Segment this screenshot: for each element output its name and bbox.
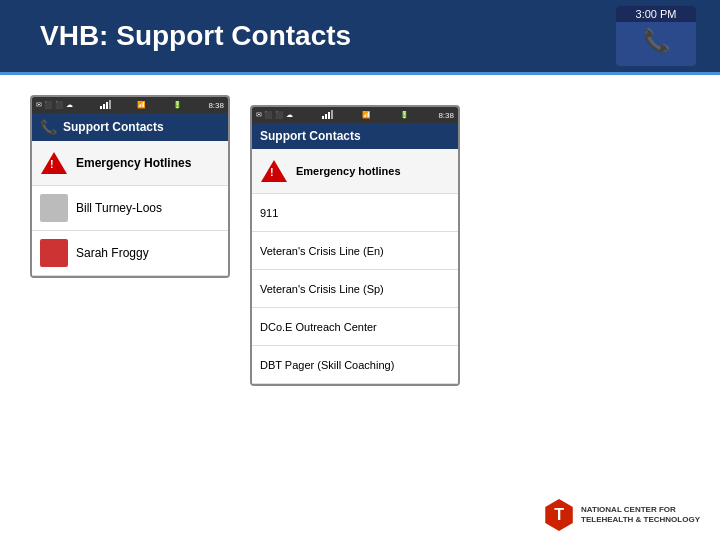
list-item-bill[interactable]: Bill Turney-Loos — [32, 186, 228, 231]
hotline-vcl-sp[interactable]: Veteran's Crisis Line (Sp) — [252, 270, 458, 308]
right-phone-screenshot: ✉ ⬛ ⬛ ☁ 📶 🔋 8:38 Support Contacts — [250, 105, 460, 386]
page-header: VHB: Support Contacts 3:00 PM 📞 — [0, 0, 720, 72]
hotline-vcl-sp-label: Veteran's Crisis Line (Sp) — [260, 283, 384, 295]
logo-text-block: NATIONAL CENTER FOR TELEHEALTH & TECHNOL… — [581, 505, 700, 526]
left-status-icons: ✉ ⬛ ⬛ ☁ — [36, 101, 73, 109]
hotline-vcl-en[interactable]: Veteran's Crisis Line (En) — [252, 232, 458, 270]
right-signal-bars — [322, 111, 333, 119]
logo-area: T NATIONAL CENTER FOR TELEHEALTH & TECHN… — [543, 499, 700, 531]
left-app-header-icon: 📞 — [40, 119, 57, 135]
main-content: ✉ ⬛ ⬛ ☁ 📶 🔋 8:38 📞 Support Contacts — [0, 75, 720, 540]
logo-org-sub: TELEHEALTH & TECHNOLOGY — [581, 515, 700, 525]
hotline-dbt[interactable]: DBT Pager (Skill Coaching) — [252, 346, 458, 384]
hotline-dbt-label: DBT Pager (Skill Coaching) — [260, 359, 394, 371]
left-phone-list: Emergency Hotlines Bill Turney-Loos Sara… — [32, 141, 228, 276]
left-phone-time: 8:38 — [208, 101, 224, 110]
right-emergency-title: Emergency hotlines — [296, 165, 401, 177]
phone-icon: 📞 — [643, 28, 670, 54]
left-status-bar: ✉ ⬛ ⬛ ☁ 📶 🔋 8:38 — [32, 97, 228, 113]
sarah-label: Sarah Froggy — [76, 246, 149, 260]
hotline-dcoe-label: DCo.E Outreach Center — [260, 321, 377, 333]
left-phone-screenshot: ✉ ⬛ ⬛ ☁ 📶 🔋 8:38 📞 Support Contacts — [30, 95, 230, 278]
right-phone-time: 8:38 — [438, 111, 454, 120]
right-warning-icon — [260, 157, 288, 185]
hotline-vcl-en-label: Veteran's Crisis Line (En) — [260, 245, 384, 257]
list-item-sarah[interactable]: Sarah Froggy — [32, 231, 228, 276]
widget-time: 3:00 PM — [616, 6, 696, 22]
right-status-bar: ✉ ⬛ ⬛ ☁ 📶 🔋 8:38 — [252, 107, 458, 123]
sarah-avatar — [40, 239, 68, 267]
page-title: VHB: Support Contacts — [40, 20, 351, 52]
right-app-header-title: Support Contacts — [260, 129, 361, 143]
warning-icon — [40, 149, 68, 177]
bill-avatar — [40, 194, 68, 222]
hotline-911[interactable]: 911 — [252, 194, 458, 232]
logo-hex-icon: T — [543, 499, 575, 531]
phone-widget: 3:00 PM 📞 — [616, 6, 696, 66]
left-app-header-title: Support Contacts — [63, 120, 164, 134]
signal-bars — [100, 101, 111, 109]
emergency-label: Emergency Hotlines — [76, 156, 191, 170]
hotline-911-label: 911 — [260, 207, 278, 219]
logo-org-name: NATIONAL CENTER FOR — [581, 505, 700, 515]
right-app-header: Support Contacts — [252, 123, 458, 149]
list-item-emergency[interactable]: Emergency Hotlines — [32, 141, 228, 186]
bill-label: Bill Turney-Loos — [76, 201, 162, 215]
right-status-icons: ✉ ⬛ ⬛ ☁ — [256, 111, 293, 119]
right-phone-list: Emergency hotlines 911 Veteran's Crisis … — [252, 149, 458, 384]
left-app-header: 📞 Support Contacts — [32, 113, 228, 141]
right-emergency-header[interactable]: Emergency hotlines — [252, 149, 458, 194]
hotline-dcoe[interactable]: DCo.E Outreach Center — [252, 308, 458, 346]
